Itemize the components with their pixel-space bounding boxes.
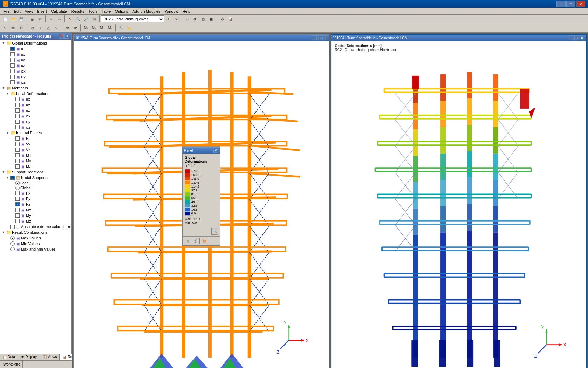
tree-item-lphix[interactable]: ▣ φx [1,113,71,119]
right-win-max[interactable]: □ [574,35,579,40]
tb-zoom-in[interactable]: 🔍 [74,15,82,23]
cb-lphiz[interactable] [15,125,20,129]
tree-item-luy[interactable]: ▣ uy [1,102,71,108]
cb-max[interactable]: ● [10,236,15,240]
tb-open[interactable]: 📂 [9,15,17,23]
tb-results-btn[interactable]: 📊 [226,15,234,23]
tree-item-nodal-supports[interactable]: ▼ ✓ ▤ Nodal Supports [1,175,71,180]
tree-item-uy[interactable]: ▣ uy [1,57,71,63]
nav-prev-btn[interactable]: < [164,15,172,23]
tb-print[interactable]: 🖨 [28,15,36,23]
tree-item-My[interactable]: ▣ My [1,158,71,164]
cb-Vz[interactable] [15,148,20,152]
restore-button[interactable]: □ [566,1,575,7]
cb-sr-Mx[interactable] [15,208,20,212]
tree-item-ux[interactable]: ▣ ux [1,52,71,57]
tree-item-u[interactable]: ✓ ▣ u [1,46,71,52]
cb-uy[interactable] [10,58,15,62]
left-win-close[interactable]: ✕ [322,35,327,40]
cb-global[interactable] [15,186,20,190]
tb-render[interactable]: ◼ [208,15,215,23]
nav-tab-display[interactable]: 👁 Display [18,354,40,360]
tree-item-members[interactable]: ▼ ▤ Members [1,85,71,91]
minimize-button[interactable]: ─ [556,1,566,7]
cb-maxmin[interactable] [10,247,15,251]
cb-luz[interactable] [15,108,20,113]
menu-results[interactable]: Results [69,8,86,14]
cb-lux[interactable] [15,97,20,101]
cb-N[interactable] [15,136,20,141]
nav-tab-views[interactable]: 🪟 Views [40,354,60,360]
tree-item-absolute-extreme[interactable]: ⊡ Absolute extreme value for resu [1,224,71,230]
tb2-10[interactable]: M₁ [82,24,90,32]
tree-item-min-values[interactable]: ▣ Min Values [1,241,71,246]
left-win-max[interactable]: □ [317,35,322,40]
load-case-combo[interactable]: RC2 - Gebrauchstauglichkeit [101,15,164,22]
tree-item-internal-forces[interactable]: ▼ 📁 Internal Forces [1,130,71,136]
cb-abs-extreme[interactable] [10,225,15,229]
cb-ux[interactable] [10,52,15,56]
cb-My[interactable] [15,159,20,163]
cb-Py[interactable] [15,197,20,201]
tree-item-Px[interactable]: ▣ Px [1,190,71,196]
tree-item-lux[interactable]: ▣ ux [1,96,71,102]
close-button[interactable]: ✕ [576,1,585,7]
tree-item-local-deformations[interactable]: ▼ 📁 Local Deformations [1,91,71,96]
menu-edit[interactable]: Edit [12,8,23,14]
tree-item-phiz[interactable]: ▣ φz [1,80,71,85]
tree-item-global-deformations[interactable]: ▼ 📁 Global Deformations [1,40,71,46]
tree-item-result-combinations[interactable]: ▼ 📁 Result Combinations [1,230,71,235]
nav-pin-btn[interactable]: 📌 [59,34,64,39]
panel-tab-1[interactable]: ⊞ [184,238,191,244]
tb2-15[interactable]: 📐 [125,24,133,32]
tb-fit[interactable]: ⊞ [90,15,98,23]
tree-item-Vz[interactable]: ▣ Vz [1,147,71,152]
cb-phiz[interactable] [10,80,15,84]
cb-phiy[interactable] [10,75,15,79]
cb-Px[interactable] [15,191,20,195]
tb2-7[interactable]: ▽ [52,24,60,32]
left-win-min[interactable]: ─ [312,35,317,40]
menu-tools[interactable]: Tools [86,8,99,14]
tree-item-phiy[interactable]: ▣ φy [1,74,71,80]
cb-min[interactable] [10,241,15,246]
nav-next-btn[interactable]: > [173,15,180,23]
cb-MT[interactable] [15,153,20,157]
tb2-2[interactable]: ⊕ [9,24,17,32]
cb-Mz[interactable] [15,164,20,169]
tb-calc[interactable]: ⚙ [218,15,226,23]
menu-options[interactable]: Options [113,8,130,14]
tree-item-N[interactable]: ▣ N [1,136,71,141]
tree-item-phix[interactable]: ▣ φx [1,68,71,74]
cb-luy[interactable] [15,103,20,107]
menu-window[interactable]: Window [162,8,180,14]
tb2-5[interactable]: ▷ [36,24,44,32]
cb-Vy[interactable] [15,142,20,146]
tree-item-uz[interactable]: ▣ uz [1,63,71,68]
cb-sr-Mz[interactable] [15,219,20,223]
nav-tree[interactable]: ▼ 📁 Global Deformations ✓ ▣ u ▣ ux ▣ [0,40,71,354]
tree-item-Mx[interactable]: ▣ Mx [1,207,71,213]
tb2-14[interactable]: 🔧 [117,24,125,32]
cb-uz[interactable] [10,63,15,68]
tb2-9[interactable]: ⟳ [71,24,79,32]
cb-u[interactable]: ✓ [10,47,15,51]
tree-item-max-values[interactable]: ● ▣ Max Values [1,235,71,241]
tree-item-Pz[interactable]: ✓ ▣ Pz [1,202,71,207]
menu-view[interactable]: View [23,8,35,14]
tb-wireframe[interactable]: ◻ [200,15,207,23]
tb2-12[interactable]: M₃ [98,24,106,32]
menu-calculate[interactable]: Calculate [49,8,69,14]
cb-local[interactable]: ● [15,181,20,185]
tb-zoom-out[interactable]: 🔎 [82,15,90,23]
tb-preview[interactable]: 👁 [36,15,44,23]
tree-item-lphiy[interactable]: ▣ φy [1,119,71,124]
tb2-11[interactable]: M₂ [90,24,98,32]
tb2-13[interactable]: M₄ [106,24,114,32]
tb2-6[interactable]: △ [44,24,52,32]
tree-item-Py[interactable]: ▣ Py [1,196,71,202]
tree-item-max-min-values[interactable]: ▣ Max and Min Values [1,246,71,252]
right-win-min[interactable]: ─ [569,35,574,40]
cb-phix[interactable] [10,69,15,73]
tb2-1[interactable]: ↖ [1,24,9,32]
